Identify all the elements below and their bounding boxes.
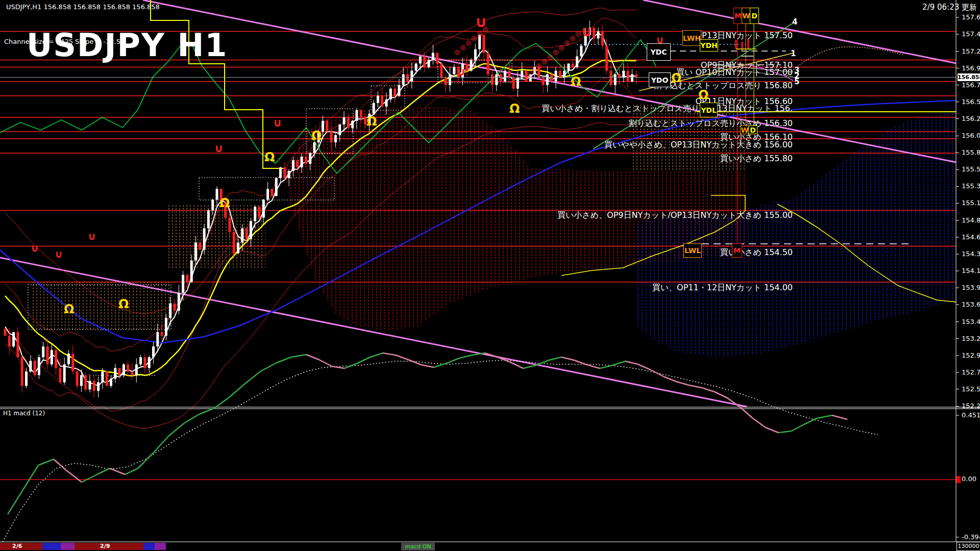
timeline-session-segment	[155, 543, 166, 550]
price-axis-label: 152.740	[962, 368, 980, 376]
macd-zero-marker	[957, 476, 961, 483]
timeline-session-segment	[61, 543, 75, 550]
trend-dot-chain-icon: ◎	[547, 53, 553, 60]
trading-terminal-screen: USDJPY H1 USDJPY,H1 156.858 156.858 156.…	[0, 0, 980, 551]
trend-dot-chain-icon: ◎	[482, 26, 488, 32]
trendline-number-4: 4	[792, 17, 797, 27]
timeline-bar[interactable]: 2/62/9	[0, 542, 980, 551]
trend-dot-chain-icon: ◎	[525, 71, 530, 78]
price-axis-label: 156.750	[962, 81, 980, 89]
channel-info-label: Channel size = 1425 Slope = -12.58	[4, 38, 125, 45]
macd-axis-label: -0.394	[962, 533, 980, 541]
price-axis-label: 154.860	[962, 216, 980, 224]
price-axis-label: 155.805	[962, 148, 980, 156]
order-annotation: 買い小さめ、OP9日NYカット/OP13日NYカット大きめ 155.00	[557, 210, 793, 221]
order-annotation: 買い小さめ 155.80	[720, 154, 793, 164]
macd-pane	[0, 353, 956, 542]
price-axis-label: 155.570	[962, 165, 980, 173]
macd-indicator-label: H1 macd (12)	[3, 410, 45, 417]
volume-scale-box: 130000	[957, 542, 980, 551]
buy-signal-omega-icon: Ω	[366, 115, 377, 128]
trend-dot-chain-icon: ◎	[454, 48, 460, 55]
buy-signal-omega-icon: Ω	[264, 151, 275, 163]
sell-signal-cup-icon: ∪	[273, 117, 282, 129]
order-annotation: 買い、OP11・12日NYカット 154.00	[652, 283, 793, 293]
price-axis-label: 156.040	[962, 132, 980, 139]
trend-dot-chain-icon: ◎	[542, 58, 547, 64]
price-axis-label: 153.210	[962, 335, 980, 342]
price-axis-label: 152.975	[962, 352, 980, 359]
sell-signal-cup-icon: ∪	[55, 249, 63, 259]
update-time-label: 2/9 06:23 更新	[922, 3, 977, 12]
price-axis-label: 157.220	[962, 47, 980, 55]
timeline-session-segment	[42, 543, 61, 550]
price-axis-label: 154.155	[962, 267, 980, 274]
pivot-label-box-d[interactable]: D	[748, 126, 757, 134]
buy-signal-omega-icon: Ω	[311, 130, 322, 142]
macd-zero-label: 0.00	[962, 475, 976, 483]
sell-signal-cup-icon: ∪	[214, 143, 224, 154]
cloud-areas	[31, 105, 956, 357]
price-axis-label: 155.100	[962, 199, 980, 207]
ohlc-header: USDJPY,H1 156.858 156.858 156.858 156.85…	[6, 3, 160, 11]
buy-signal-omega-icon: Ω	[509, 103, 520, 115]
order-annotation: 割り込むとストップロス売り小さめ 156.30	[628, 118, 793, 129]
price-axis-label: 156.515	[962, 98, 980, 106]
pivot-label-box-m[interactable]: M	[732, 243, 742, 258]
buy-signal-omega-icon: Ω	[671, 72, 681, 84]
pivot-label-box-lwl[interactable]: LWL	[683, 243, 702, 258]
order-annotation: 買い小さめ・割り込むとストップロス売り	[542, 104, 699, 114]
price-axis-label: 157.695	[962, 13, 980, 21]
macd-toggle-button[interactable]: macd ON	[401, 543, 435, 550]
chart-canvas[interactable]	[0, 0, 980, 551]
order-annotation: 買い OP10日NYカット 157.00	[676, 67, 793, 78]
trendline-number-1: 1	[791, 49, 796, 58]
pivot-label-box-ydc[interactable]: YDC	[647, 43, 671, 61]
buy-signal-omega-icon: Ω	[118, 298, 129, 310]
trend-dot-chain-icon: ◎	[558, 44, 564, 51]
price-axis-label: 155.335	[962, 182, 980, 190]
sell-signal-cup-icon: ∪	[457, 66, 466, 78]
pivot-label-box-d[interactable]: D	[750, 8, 759, 24]
price-axis-label: 152.505	[962, 385, 980, 393]
price-axis-label: 154.625	[962, 233, 980, 241]
trend-dot-chain-icon: ◎	[465, 39, 471, 46]
price-axis-label: 156.985	[962, 64, 980, 72]
trend-dot-chain-icon: ◎	[570, 35, 575, 41]
pivot-label-box-ydo[interactable]: YDO	[649, 72, 671, 87]
timeline-session-segment	[143, 543, 155, 550]
pivot-label-box-lwh[interactable]: LWH	[682, 30, 701, 46]
macd-axis-label: 0.451	[962, 411, 980, 419]
price-axis-label: 157.460	[962, 30, 980, 38]
buy-signal-omega-icon: Ω	[64, 303, 74, 315]
price-axis-label: 154.390	[962, 250, 980, 258]
trend-dot-chain-icon: ◎	[564, 39, 570, 46]
trend-dot-chain-icon: ◎	[530, 67, 536, 73]
buy-signal-omega-icon: Ω	[219, 197, 230, 209]
trend-dot-chain-icon: ◎	[536, 62, 542, 69]
price-axis-label: 153.445	[962, 318, 980, 325]
price-axis-label: 153.920	[962, 284, 980, 291]
trend-dot-chain-icon: ◎	[553, 48, 558, 55]
sell-signal-cup-icon: ∪	[656, 35, 664, 45]
trendline-number-5: 5	[794, 77, 799, 86]
pivot-label-box-ydh[interactable]: YDH	[700, 39, 718, 52]
timeline-date-label: 2/6	[12, 543, 22, 549]
pivot-label-box-ydl[interactable]: YDL	[700, 103, 718, 117]
timeline-date-label: 2/9	[100, 543, 110, 549]
order-annotation: 買い小さめ 154.50	[720, 247, 793, 258]
sell-signal-cup-icon: ∪	[581, 24, 593, 39]
current-price-tag: 156.858	[958, 73, 980, 81]
trend-dot-chain-icon: ◎	[460, 44, 465, 51]
price-axis-label: 156.280	[962, 115, 980, 122]
buy-signal-omega-icon: Ω	[698, 89, 708, 101]
trend-dot-chain-icon: ◎	[575, 30, 581, 37]
buy-signal-omega-icon: Ω	[571, 76, 581, 88]
sell-signal-cup-icon: ∪	[88, 231, 96, 241]
trend-dot-chain-icon: ◎	[471, 35, 477, 41]
order-annotation: 買いやや小さめ、OP13日NYカット大きめ 156.00	[604, 140, 793, 151]
trend-dot-chain-icon: ◎	[477, 30, 482, 37]
price-axis-label: 153.685	[962, 300, 980, 308]
price-axis-label: 152.265	[962, 402, 980, 410]
sell-signal-cup-icon: ∪	[31, 243, 39, 253]
